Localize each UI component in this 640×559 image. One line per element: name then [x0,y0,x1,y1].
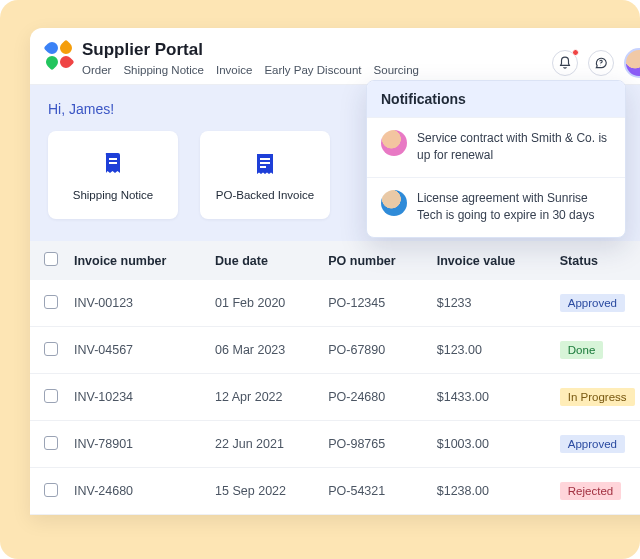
topbar-actions [552,48,640,78]
avatar [381,130,407,156]
cell-invoice-value: $1003.00 [429,421,552,468]
cell-status: In Progress [552,374,640,421]
nav-early-pay-discount[interactable]: Early Pay Discount [264,64,361,76]
avatar [381,190,407,216]
notifications-title: Notifications [367,81,625,117]
status-badge: Rejected [560,482,621,500]
help-button[interactable] [588,50,614,76]
receipt-icon [98,149,128,179]
nav-sourcing[interactable]: Sourcing [374,64,419,76]
table-header: Invoice number Due date PO number Invoic… [30,241,640,280]
notification-item[interactable]: Service contract with Smith & Co. is up … [367,117,625,177]
main-nav: Order Shipping Notice Invoice Early Pay … [82,64,542,76]
cell-po-number: PO-54321 [320,468,429,515]
cell-invoice-number: INV-78901 [66,421,207,468]
notification-text: Service contract with Smith & Co. is up … [417,130,611,165]
cell-status: Done [552,327,640,374]
table-row[interactable]: INV-0456706 Mar 2023PO-67890$123.00Done [30,327,640,374]
tile-label: Shipping Notice [73,189,154,201]
nav-shipping-notice[interactable]: Shipping Notice [123,64,204,76]
table-row[interactable]: INV-1023412 Apr 2022PO-24680$1433.00In P… [30,374,640,421]
cell-po-number: PO-98765 [320,421,429,468]
svg-rect-5 [260,166,266,168]
svg-rect-2 [109,162,117,164]
table-body: INV-0012301 Feb 2020PO-12345$1233Approve… [30,280,640,515]
col-due-date[interactable]: Due date [207,241,320,280]
table-row[interactable]: INV-7890122 Jun 2021PO-98765$1003.00Appr… [30,421,640,468]
select-all-checkbox[interactable] [44,252,58,266]
status-badge: Done [560,341,604,359]
status-badge: In Progress [560,388,635,406]
cell-due-date: 12 Apr 2022 [207,374,320,421]
col-invoice-value[interactable]: Invoice value [429,241,552,280]
cell-invoice-number: INV-24680 [66,468,207,515]
svg-rect-4 [260,162,270,164]
invoices-table: Invoice number Due date PO number Invoic… [30,241,640,515]
cell-invoice-value: $1433.00 [429,374,552,421]
cell-status: Rejected [552,468,640,515]
svg-rect-3 [260,158,270,160]
app-title: Supplier Portal [82,40,542,60]
help-icon [594,56,608,70]
row-checkbox[interactable] [44,436,58,450]
tile-po-backed-invoice[interactable]: PO-Backed Invoice [200,131,330,219]
notifications-panel: Notifications Service contract with Smit… [366,80,626,238]
cell-due-date: 06 Mar 2023 [207,327,320,374]
cell-po-number: PO-24680 [320,374,429,421]
app-logo [46,42,72,68]
bell-icon [558,56,572,70]
svg-rect-1 [109,158,117,160]
tile-shipping-notice[interactable]: Shipping Notice [48,131,178,219]
cell-status: Approved [552,421,640,468]
row-checkbox[interactable] [44,342,58,356]
row-checkbox[interactable] [44,389,58,403]
notifications-button[interactable] [552,50,578,76]
row-checkbox[interactable] [44,295,58,309]
table-row[interactable]: INV-0012301 Feb 2020PO-12345$1233Approve… [30,280,640,327]
cell-due-date: 01 Feb 2020 [207,280,320,327]
notification-text: License agreement with Sunrise Tech is g… [417,190,611,225]
cell-invoice-value: $123.00 [429,327,552,374]
row-checkbox[interactable] [44,483,58,497]
cell-status: Approved [552,280,640,327]
cell-invoice-number: INV-10234 [66,374,207,421]
svg-point-0 [600,65,601,66]
notification-dot [572,49,579,56]
cell-po-number: PO-12345 [320,280,429,327]
cell-invoice-value: $1238.00 [429,468,552,515]
cell-invoice-number: INV-04567 [66,327,207,374]
cell-po-number: PO-67890 [320,327,429,374]
notification-item[interactable]: License agreement with Sunrise Tech is g… [367,177,625,237]
brand-column: Supplier Portal Order Shipping Notice In… [82,40,542,76]
status-badge: Approved [560,435,625,453]
nav-invoice[interactable]: Invoice [216,64,252,76]
cell-due-date: 22 Jun 2021 [207,421,320,468]
nav-order[interactable]: Order [82,64,111,76]
cell-invoice-number: INV-00123 [66,280,207,327]
cell-invoice-value: $1233 [429,280,552,327]
tile-label: PO-Backed Invoice [216,189,314,201]
cell-due-date: 15 Sep 2022 [207,468,320,515]
topbar: Supplier Portal Order Shipping Notice In… [30,28,640,85]
stage: Supplier Portal Order Shipping Notice In… [0,0,640,559]
table-row[interactable]: INV-2468015 Sep 2022PO-54321$1238.00Reje… [30,468,640,515]
col-invoice-number[interactable]: Invoice number [66,241,207,280]
status-badge: Approved [560,294,625,312]
col-po-number[interactable]: PO number [320,241,429,280]
app-window: Supplier Portal Order Shipping Notice In… [30,28,640,515]
user-avatar[interactable] [624,48,640,78]
col-status[interactable]: Status [552,241,640,280]
invoice-icon [250,149,280,179]
